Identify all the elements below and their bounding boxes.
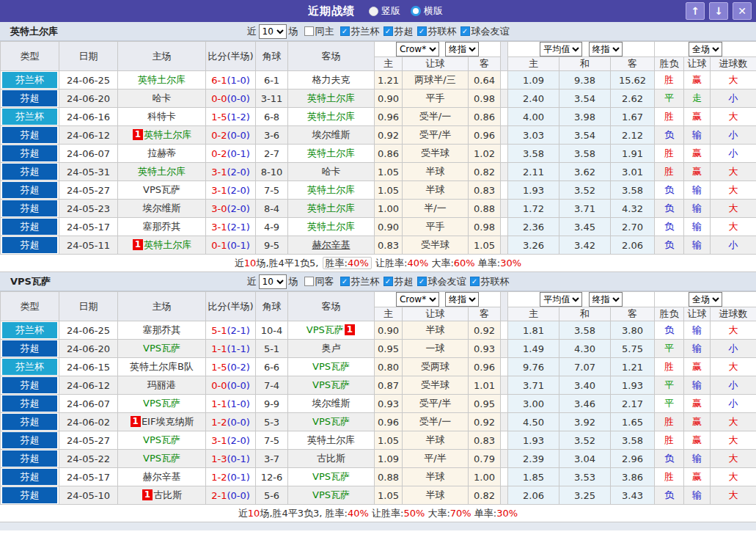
match-row: 芬兰杯24-06-25塞那乔其5-1(2-1)10-4VPS瓦萨10.90半球0… bbox=[1, 321, 756, 340]
team-name: 哈卡 bbox=[322, 166, 341, 177]
league-filter[interactable]: ✓芬超 bbox=[383, 25, 414, 38]
handicap-away-odds: 0.83 bbox=[469, 431, 501, 450]
match-row: 芬超24-06-12玛丽港0-0(0-0)7-4VPS瓦萨0.87受半球1.01… bbox=[1, 376, 756, 395]
near-label: 近 bbox=[247, 25, 257, 38]
league-filter[interactable]: ✓芬联杯 bbox=[470, 275, 510, 288]
handicap-away-odds: 0.96 bbox=[469, 358, 501, 376]
fulltime-select[interactable]: 全场 bbox=[689, 292, 722, 307]
handicap-home-odds: 0.90 bbox=[375, 321, 403, 340]
team-name: 英特土尔库B队 bbox=[130, 361, 194, 372]
halftime-score: (2-1) bbox=[227, 222, 249, 233]
handicap-home-odds: 1.05 bbox=[375, 181, 403, 200]
avg-home-odds: 3.03 bbox=[508, 126, 559, 145]
spacer-column bbox=[501, 163, 508, 181]
same-venue-filter[interactable]: 同主 bbox=[304, 25, 334, 38]
league-filter[interactable]: ✓球会友谊 bbox=[460, 25, 510, 38]
match-score: 3-1(2-1) bbox=[206, 218, 256, 236]
summary-segment: 10 bbox=[248, 508, 260, 519]
league-label: 芬超 bbox=[394, 275, 414, 288]
match-row: 芬超24-06-20哈卡0-0(0-0)3-11英特土尔库0.90平手0.982… bbox=[1, 90, 756, 108]
result-group-header: 全场 bbox=[655, 292, 756, 307]
bookmaker-select[interactable]: Crow* bbox=[396, 42, 439, 56]
avg-home-odds: 3.00 bbox=[508, 395, 559, 413]
away-team: 英特土尔库 bbox=[288, 181, 375, 200]
result-handicap: 输 bbox=[684, 486, 711, 505]
summary-segment: 10 bbox=[244, 258, 257, 269]
handicap-line: 半球 bbox=[403, 468, 469, 486]
result-handicap: 赢 bbox=[684, 468, 711, 486]
result-handicap: 赢 bbox=[684, 413, 711, 431]
summary-segment: 单率: bbox=[475, 258, 501, 269]
col-away: 客场 bbox=[288, 292, 375, 321]
col-handicap-home: 主 bbox=[375, 57, 403, 71]
handicap-home-odds: 0.96 bbox=[375, 108, 403, 126]
match-count-select[interactable]: 10 bbox=[259, 274, 287, 289]
spacer-column bbox=[501, 376, 508, 395]
col-home: 主场 bbox=[118, 292, 206, 321]
corner-score: 7-5 bbox=[256, 431, 288, 450]
bottom-strip bbox=[0, 522, 756, 530]
final-odds-select[interactable]: 终指 bbox=[445, 42, 479, 56]
spacer-column bbox=[501, 431, 508, 450]
home-team: 1英特土尔库 bbox=[118, 126, 206, 145]
handicap-group-header: Crow* 终指 bbox=[375, 292, 501, 307]
match-count-select[interactable]: 10 bbox=[259, 24, 287, 39]
league-label: 球会友谊 bbox=[471, 25, 510, 38]
spacer-column bbox=[501, 292, 508, 321]
handicap-home-odds: 0.92 bbox=[375, 126, 403, 145]
team-name: EIF埃克纳斯 bbox=[142, 416, 194, 427]
match-date: 24-06-12 bbox=[59, 126, 118, 145]
close-button[interactable]: ✕ bbox=[733, 2, 752, 20]
final-odds-select[interactable]: 终指 bbox=[589, 292, 623, 307]
same-venue-filter[interactable]: 同客 bbox=[304, 275, 334, 288]
bookmaker-select[interactable]: Crow* bbox=[396, 292, 439, 307]
team-name: 哈卡 bbox=[153, 92, 172, 103]
avg-draw-odds: 4.30 bbox=[559, 340, 611, 358]
away-team: 赫尔辛基 bbox=[288, 236, 375, 255]
match-row: 芬兰杯24-06-16科特卡1-5(1-2)6-8英特土尔库0.96受半/一0.… bbox=[1, 108, 756, 126]
match-type-badge: 芬超 bbox=[1, 218, 59, 236]
fulltime-select[interactable]: 全场 bbox=[689, 42, 722, 56]
match-type-badge: 芬超 bbox=[1, 450, 59, 468]
home-team: 赫尔辛基 bbox=[118, 468, 206, 486]
handicap-away-odds: 0.92 bbox=[469, 413, 501, 431]
league-filter[interactable]: ✓芬联杯 bbox=[417, 25, 457, 38]
league-label: 芬兰杯 bbox=[351, 275, 380, 288]
col-avg-home: 主 bbox=[508, 307, 559, 321]
spacer-column bbox=[501, 90, 508, 108]
summary-segment: 40% bbox=[348, 258, 369, 269]
handicap-line: 受两球 bbox=[403, 358, 469, 376]
match-row: 芬超24-05-27VPS瓦萨3-1(2-0)7-5英特土尔库1.05半球0.8… bbox=[1, 431, 756, 450]
league-filter[interactable]: ✓球会友谊 bbox=[417, 275, 466, 288]
vertical-layout-radio[interactable]: 竖版 bbox=[369, 4, 400, 18]
average-select[interactable]: 平均值 bbox=[540, 42, 582, 56]
match-type-badge: 芬兰杯 bbox=[1, 321, 59, 340]
league-filter[interactable]: ✓芬超 bbox=[383, 275, 414, 288]
match-score: 3-1(2-0) bbox=[206, 431, 256, 450]
final-odds-select[interactable]: 终指 bbox=[589, 42, 623, 56]
league-filter[interactable]: ✓芬兰杯 bbox=[340, 25, 380, 38]
away-team: VPS瓦萨 bbox=[288, 468, 375, 486]
match-date: 24-06-12 bbox=[59, 376, 118, 395]
scroll-down-button[interactable]: ↓ bbox=[709, 2, 728, 20]
match-row: 芬超24-06-021EIF埃克纳斯1-2(0-0)5-3VPS瓦萨0.96受半… bbox=[1, 413, 756, 431]
scroll-up-button[interactable]: ↑ bbox=[686, 2, 705, 20]
avg-away-odds: 2.06 bbox=[611, 236, 655, 255]
vertical-layout-label: 竖版 bbox=[381, 4, 400, 18]
avg-away-odds: 1.65 bbox=[611, 413, 655, 431]
summary-segment: 30% bbox=[500, 258, 521, 269]
final-odds-select[interactable]: 终指 bbox=[445, 292, 479, 307]
spacer-column bbox=[501, 181, 508, 200]
horizontal-layout-radio[interactable]: 横版 bbox=[411, 4, 443, 18]
corner-score: 8-4 bbox=[256, 200, 288, 218]
average-group-header: 平均值 终指 bbox=[508, 42, 655, 57]
avg-home-odds: 3.26 bbox=[508, 236, 559, 255]
average-select[interactable]: 平均值 bbox=[540, 292, 582, 307]
halftime-score: (0-1) bbox=[227, 472, 249, 483]
league-filter[interactable]: ✓芬兰杯 bbox=[340, 275, 380, 288]
summary-segment: 场,胜4平1负5, bbox=[256, 258, 321, 269]
away-team: 英特土尔库 bbox=[288, 218, 375, 236]
result-handicap: 输 bbox=[684, 450, 711, 468]
match-date: 24-06-20 bbox=[59, 340, 118, 358]
corner-score: 4-9 bbox=[256, 218, 288, 236]
